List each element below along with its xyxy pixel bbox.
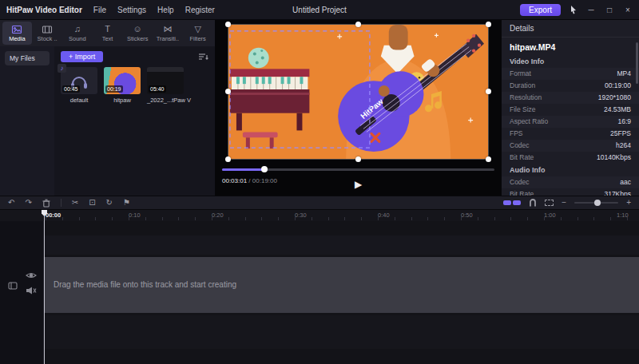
empty-track-lower[interactable] [44,315,639,349]
tab-media[interactable]: Media [2,22,32,45]
resize-handle-ml[interactable] [225,89,231,94]
media-item-default[interactable]: ♪ 00:45 default [61,67,97,104]
sound-icon: ♫ [74,24,81,34]
crop-icon[interactable]: ⊡ [89,196,95,209]
details-file-name: hitpaw.MP4 [502,38,639,55]
seekbar-knob[interactable] [261,166,268,172]
zoom-slider-thumb[interactable] [594,200,601,206]
sticker-icon: ☺ [133,24,142,34]
undo-icon[interactable]: ↶ [8,196,14,209]
bounding-box-icon[interactable] [545,200,554,206]
menu-settings[interactable]: Settings [117,6,146,14]
import-button[interactable]: + Import [61,51,103,62]
cursor-tool-icon[interactable] [570,5,577,14]
empty-track-upper[interactable] [44,235,639,255]
main-video-track[interactable]: Drag the media file onto this track and … [44,257,639,313]
app-title: HitPaw Video Editor [6,6,82,14]
empty-track-hint: Drag the media file onto this track and … [44,257,639,313]
tab-stock[interactable]: Stock .. [33,22,62,45]
media-icon [11,24,22,34]
current-time: 00:03:01 [222,177,247,184]
maximize-button[interactable]: □ [605,6,614,14]
resize-handle-bc[interactable] [355,156,361,162]
resize-handle-mr[interactable] [486,89,491,94]
tab-filters[interactable]: ▽ Filters [183,22,212,45]
filter-icon: ▽ [194,24,200,34]
minimize-button[interactable]: ─ [586,6,596,14]
audio-info-table: Codecaac Bit Rate317Kbps [502,176,639,196]
resize-handle-tr[interactable] [486,22,491,27]
duration-badge: 00:19 [105,85,123,93]
media-item-hitpaw[interactable]: 00:19 hitpaw [104,67,141,104]
info-row: Resolution1920*1080 [502,92,639,104]
timeline-ruler[interactable]: 00:00 0:10 0:20 0:30 0:40 0:50 1:00 1:10 [0,210,639,221]
delete-icon[interactable] [42,199,50,208]
marker-icon[interactable]: ⚑ [123,196,130,209]
menu-bar: File Settings Help Register [93,6,215,14]
video-thumbnail: 05:40 [147,67,184,94]
playhead-line[interactable] [44,210,45,364]
track-header-gutter [0,221,44,364]
video-thumbnail: 00:19 [104,67,141,94]
tab-sound[interactable]: ♫ Sound [62,22,92,45]
split-icon[interactable]: ✂ [72,196,78,209]
track-mute-speaker-icon[interactable] [26,287,37,295]
tab-label: Stickers [127,35,149,42]
timeline-area: Drag the media file onto this track and … [0,221,639,364]
app-window: HitPaw Video Editor File Settings Help R… [0,0,639,364]
info-row: FormatMP4 [502,68,639,80]
details-header: Details [502,20,639,38]
info-row: Duration00:19:00 [502,80,639,92]
play-button[interactable]: ▶ [355,179,362,190]
tab-transitions[interactable]: ⋈ Transiti.. [153,22,183,45]
zoom-out-icon[interactable]: − [562,196,566,209]
tab-label: Transiti.. [157,35,179,42]
resize-handle-tc[interactable] [355,22,361,27]
timeline-zoom-slider[interactable] [574,202,618,204]
menu-file[interactable]: File [93,6,106,14]
preview-seekbar[interactable] [222,168,494,171]
resize-handle-tl[interactable] [225,22,231,27]
sort-icon[interactable] [198,53,208,61]
media-item-name: hitpaw [104,97,141,104]
export-button[interactable]: Export [520,4,561,16]
track-type-icon [8,281,18,291]
transport-bar: 00:03:01 / 00:19:00 ▶ [216,172,501,195]
media-library-panel: Media Stock .. ♫ Sound T Text ☺ Stickers [0,20,216,196]
redo-icon[interactable]: ↷ [25,196,31,209]
info-row: Aspect Ratio16:9 [502,116,639,128]
zoom-in-icon[interactable]: + [626,196,631,209]
track-visibility-eye-icon[interactable] [26,271,37,279]
details-scrollbar[interactable] [636,42,638,84]
info-row: FPS25FPS [502,128,639,140]
timecode: 00:03:01 / 00:19:00 [222,177,277,184]
project-title: Untitled Project [292,6,347,14]
toolbar-divider [61,199,62,207]
resize-handle-bl[interactable] [225,156,231,162]
audio-info-heading: Audio Info [502,164,639,176]
tab-label: Text [102,35,113,42]
snap-magnet-icon[interactable] [529,199,537,207]
files-sidebar: My Files [0,46,54,196]
sidebar-item-my-files[interactable]: My Files [5,51,50,65]
transition-icon: ⋈ [163,24,172,34]
info-row: Codech264 [502,140,639,152]
time-separator: / [247,177,252,184]
close-button[interactable]: × [623,6,633,14]
menu-register[interactable]: Register [185,6,215,14]
menu-help[interactable]: Help [157,6,174,14]
text-icon: T [105,24,110,34]
tab-text[interactable]: T Text [93,22,122,45]
video-info-table: FormatMP4 Duration00:19:00 Resolution192… [502,68,639,164]
media-item-2022[interactable]: 05:40 _2022_...tPaw V [147,67,184,104]
media-grid: ♪ 00:45 default 00:19 [54,65,215,105]
track-view-toggle[interactable] [503,200,521,205]
media-item-name: default [61,97,97,104]
tab-stickers[interactable]: ☺ Stickers [123,22,153,45]
video-canvas[interactable]: HitPaw [228,24,489,160]
preview-panel: HitPaw [216,20,501,196]
duration-badge: 00:45 [62,85,80,93]
details-panel: Details hitpaw.MP4 Video Info FormatMP4 … [501,20,639,196]
resize-handle-br[interactable] [486,156,491,162]
rotate-icon[interactable]: ↻ [106,196,113,209]
